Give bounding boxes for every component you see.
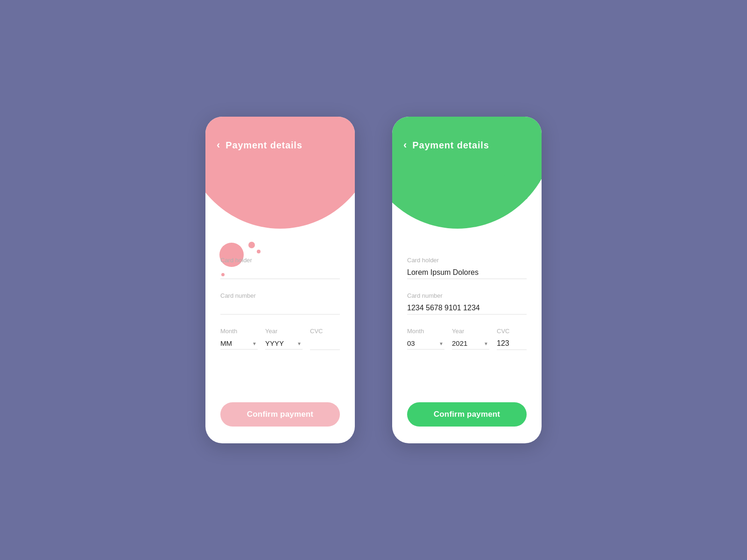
phone-card-filled: ‹ Payment details Card holder Card numbe… [392,117,542,443]
filled-back-icon[interactable]: ‹ [403,139,407,151]
month-col: Month MM 010203 ▼ [220,328,258,350]
cvc-col: CVC [310,328,340,350]
filled-btn-area: Confirm payment [407,402,527,427]
year-select[interactable]: YYYY 20212022 [265,337,303,350]
back-icon[interactable]: ‹ [217,139,220,151]
month-label: Month [220,328,258,335]
year-label: Year [265,328,303,335]
filled-year-label: Year [452,328,489,335]
filled-card-holder-group: Card holder [407,257,527,279]
filled-month-col: Month 03 0102 ▼ [407,328,444,350]
filled-card-form: Card holder Card number Month 03 0102 ▼ [407,257,527,365]
card-number-input[interactable] [220,302,340,315]
cvc-label: CVC [310,328,340,335]
pink-bubble-xsmall [257,250,261,253]
filled-year-select-wrapper: 2021 2022 ▼ [452,337,489,350]
filled-year-select[interactable]: 2021 2022 [452,337,489,350]
confirm-payment-button[interactable]: Confirm payment [407,402,527,427]
month-select-wrapper: MM 010203 ▼ [220,337,258,350]
filled-card-holder-label: Card holder [407,257,527,264]
filled-cvc-label: CVC [497,328,527,335]
filled-month-select[interactable]: 03 0102 [407,337,444,350]
cards-container: ‹ Payment details Card holder Card numbe… [205,117,542,443]
card-number-group: Card number [220,292,340,315]
empty-card-form: Card holder Card number Month MM 010203 … [220,257,340,365]
filled-card-holder-input[interactable] [407,266,527,279]
filled-card-header: ‹ Payment details [392,117,542,151]
filled-card-title: Payment details [412,140,489,151]
confirm-payment-button-disabled[interactable]: Confirm payment [220,402,340,427]
card-holder-group: Card holder [220,257,340,279]
empty-card-header: ‹ Payment details [205,117,355,151]
filled-month-select-wrapper: 03 0102 ▼ [407,337,444,350]
empty-card-title: Payment details [226,140,302,151]
year-col: Year YYYY 20212022 ▼ [265,328,303,350]
green-bubble-small [525,159,531,165]
filled-year-col: Year 2021 2022 ▼ [452,328,489,350]
filled-card-number-group: Card number [407,292,527,315]
card-holder-label: Card holder [220,257,340,264]
card-expiry-row: Month MM 010203 ▼ Year YYYY 2021 [220,328,340,350]
month-select[interactable]: MM 010203 [220,337,258,350]
phone-card-empty: ‹ Payment details Card holder Card numbe… [205,117,355,443]
filled-cvc-input[interactable] [497,337,527,350]
card-number-label: Card number [220,292,340,299]
filled-card-number-input[interactable] [407,302,527,315]
filled-month-label: Month [407,328,444,335]
green-bubble-large [504,168,525,189]
filled-cvc-col: CVC [497,328,527,350]
pink-bubble-small [248,242,255,248]
year-select-wrapper: YYYY 20212022 ▼ [265,337,303,350]
filled-card-number-label: Card number [407,292,527,299]
green-dot [523,195,528,199]
card-holder-input[interactable] [220,266,340,279]
filled-card-expiry-row: Month 03 0102 ▼ Year 2021 2022 [407,328,527,350]
empty-btn-area: Confirm payment [220,402,340,427]
cvc-input[interactable] [310,337,340,350]
